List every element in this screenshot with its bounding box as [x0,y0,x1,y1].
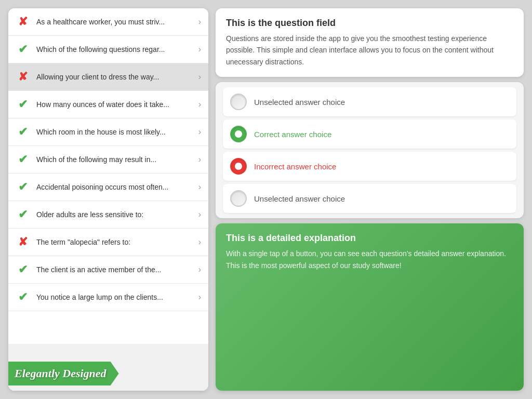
question-arrow-icon: › [198,182,201,192]
cross-icon: ✘ [16,235,30,249]
left-panel: ✘As a healthcare worker, you must striv.… [8,8,208,391]
answer-row[interactable]: Unselected answer choice [223,184,516,213]
answer-row[interactable]: Unselected answer choice [223,87,516,116]
question-arrow-icon: › [198,237,201,247]
cross-icon: ✘ [16,70,30,84]
answer-row[interactable]: Correct answer choice [223,119,516,149]
answer-label: Unselected answer choice [254,98,345,107]
question-list-item[interactable]: ✔How many ounces of water does it take..… [8,91,208,118]
question-text: Older adults are less sensitive to: [36,210,192,219]
question-arrow-icon: › [198,127,201,137]
answer-row[interactable]: Incorrect answer choice [223,152,516,181]
answer-label: Unselected answer choice [254,194,345,203]
question-arrow-icon: › [198,292,201,302]
question-arrow-icon: › [198,45,201,54]
question-arrow-icon: › [198,265,201,274]
question-field-card: This is the question field Questions are… [216,8,524,77]
question-text: You notice a large lump on the clients..… [36,292,192,302]
radio-button[interactable] [230,94,247,110]
explanation-body: With a single tap of a button, you can s… [226,248,513,271]
answer-label: Correct answer choice [254,130,331,139]
question-arrow-icon: › [198,155,201,164]
check-icon: ✔ [16,97,30,112]
question-text: As a healthcare worker, you must striv..… [36,17,192,26]
radio-button[interactable] [230,126,247,142]
question-list: ✘As a healthcare worker, you must striv.… [8,8,208,344]
check-icon: ✔ [16,290,30,304]
check-icon: ✔ [16,152,30,167]
check-icon: ✔ [16,180,30,194]
question-list-item[interactable]: ✔Which room in the house is most likely.… [8,118,208,146]
answers-card: Unselected answer choiceCorrect answer c… [216,82,524,218]
check-icon: ✔ [16,262,30,277]
question-list-item[interactable]: ✘Allowing your client to dress the way..… [8,63,208,91]
question-text: Which of the following questions regar..… [36,45,192,54]
question-text: The client is an active member of the... [36,265,192,274]
check-icon: ✔ [16,125,30,139]
question-list-item[interactable]: ✔Which of the following may result in...… [8,146,208,174]
check-icon: ✔ [16,42,30,57]
elegantly-designed-ribbon: Elegantly Designed [8,362,119,385]
radio-button[interactable] [230,158,247,175]
question-arrow-icon: › [198,210,201,219]
question-list-item[interactable]: ✔You notice a large lump on the clients.… [8,284,208,311]
question-text: Which room in the house is most likely..… [36,127,192,137]
question-field-body: Questions are stored inside the app to g… [226,33,513,68]
question-list-item[interactable]: ✘The term "alopecia" refers to:› [8,229,208,256]
question-text: Which of the following may result in... [36,155,192,164]
explanation-card: This is a detailed explanation With a si… [216,223,524,391]
question-arrow-icon: › [198,17,201,26]
question-text: Accidental poisoning occurs most often..… [36,182,192,192]
question-list-item[interactable]: ✘As a healthcare worker, you must striv.… [8,8,208,36]
explanation-title: This is a detailed explanation [226,233,513,244]
question-text: The term "alopecia" refers to: [36,237,192,247]
question-text: Allowing your client to dress the way... [36,72,192,82]
question-text: How many ounces of water does it take... [36,100,192,109]
radio-button[interactable] [230,190,247,207]
banner-wrap: Elegantly Designed [8,344,208,391]
question-arrow-icon: › [198,100,201,109]
question-list-item[interactable]: ✔Which of the following questions regar.… [8,36,208,63]
answer-label: Incorrect answer choice [254,162,336,171]
ribbon-text: Elegantly Designed [15,367,107,380]
question-list-item[interactable]: ✔Accidental poisoning occurs most often.… [8,174,208,201]
question-list-item[interactable]: ✔Older adults are less sensitive to:› [8,201,208,229]
cross-icon: ✘ [16,15,30,29]
question-field-title: This is the question field [226,18,513,29]
right-panel: This is the question field Questions are… [216,8,524,391]
question-list-item[interactable]: ✔The client is an active member of the..… [8,256,208,284]
check-icon: ✔ [16,207,30,222]
question-arrow-icon: › [198,72,201,82]
